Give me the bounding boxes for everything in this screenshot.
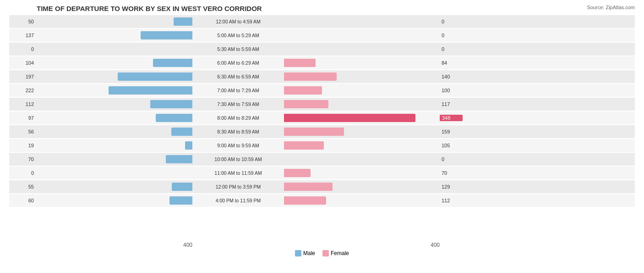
male-value: 137 — [9, 33, 37, 38]
chart-area: 5012:00 AM to 4:59 AM01375:00 AM to 5:29… — [9, 15, 635, 240]
time-label: 9:00 AM to 9:59 AM — [192, 143, 284, 148]
chart-row: 1046:00 AM to 6:29 AM84 — [9, 56, 635, 69]
male-bar — [174, 17, 192, 26]
chart-title: TIME OF DEPARTURE TO WORK BY SEX IN WEST… — [9, 5, 635, 12]
time-label: 5:00 AM to 5:29 AM — [192, 33, 284, 38]
chart-row: 5012:00 AM to 4:59 AM0 — [9, 15, 635, 28]
time-label: 7:00 AM to 7:29 AM — [192, 88, 284, 93]
male-bar-container — [37, 196, 192, 205]
time-label: 8:00 AM to 8:29 AM — [192, 115, 284, 121]
female-value: 117 — [440, 101, 463, 107]
chart-row: 1375:00 AM to 5:29 AM0 — [9, 29, 635, 42]
time-label: 4:00 PM to 11:59 PM — [192, 198, 284, 203]
female-bar — [284, 169, 311, 177]
chart-row: 199:00 AM to 9:59 AM105 — [9, 139, 635, 152]
female-bar — [284, 72, 337, 81]
chart-row: 568:30 AM to 8:59 AM159 — [9, 125, 635, 138]
male-value: 19 — [9, 143, 37, 148]
time-label: 5:30 AM to 5:59 AM — [192, 46, 284, 52]
female-value: 0 — [440, 156, 463, 162]
male-bar — [172, 183, 192, 191]
female-bar — [284, 183, 333, 191]
axis-labels: 400 400 — [9, 242, 635, 248]
chart-row: 5512:00 PM to 3:59 PM129 — [9, 180, 635, 193]
male-bar-container — [37, 59, 192, 67]
male-bar-container — [37, 31, 192, 39]
female-bar — [284, 59, 316, 67]
male-value: 197 — [9, 74, 37, 79]
chart-row: 7010:00 AM to 10:59 AM0 — [9, 153, 635, 166]
female-value: 0 — [440, 33, 463, 38]
male-value: 55 — [9, 184, 37, 189]
male-bar — [118, 72, 192, 81]
male-bar-container — [37, 114, 192, 122]
chart-container: TIME OF DEPARTURE TO WORK BY SEX IN WEST… — [0, 0, 644, 273]
male-bar — [166, 155, 192, 163]
female-bar — [284, 141, 324, 150]
male-bar — [171, 128, 192, 136]
male-bar-container — [37, 17, 192, 26]
source-text: Source: ZipAtlas.com — [587, 5, 635, 10]
female-value: 84 — [440, 60, 463, 66]
male-value: 70 — [9, 156, 37, 162]
female-value: 0 — [440, 19, 463, 24]
male-bar — [156, 114, 192, 122]
male-value: 0 — [9, 46, 37, 52]
chart-row: 604:00 PM to 11:59 PM112 — [9, 194, 635, 207]
female-value: 105 — [440, 143, 463, 148]
male-bar — [109, 86, 192, 95]
female-bar — [284, 100, 328, 108]
male-value: 50 — [9, 19, 37, 24]
female-bar — [284, 86, 322, 95]
chart-row: 1976:30 AM to 6:59 AM140 — [9, 70, 635, 83]
male-bar-container — [37, 141, 192, 150]
female-bar — [284, 128, 344, 136]
time-label: 12:00 AM to 4:59 AM — [192, 19, 284, 24]
axis-right-label: 400 — [284, 242, 440, 248]
chart-row: 2227:00 AM to 7:29 AM100 — [9, 84, 635, 97]
male-color-box — [295, 250, 301, 256]
female-bar-container — [284, 183, 440, 191]
male-bar — [141, 31, 192, 39]
chart-row: 978:00 AM to 8:29 AM348 — [9, 111, 635, 124]
legend-female: Female — [322, 250, 349, 256]
female-bar-container — [284, 86, 440, 95]
female-bar-container — [284, 59, 440, 67]
axis-left-label: 400 — [37, 242, 192, 248]
female-color-box — [322, 250, 329, 256]
female-value: 100 — [440, 88, 463, 93]
male-value: 112 — [9, 101, 37, 107]
female-bar-container — [284, 128, 440, 136]
female-bar-container — [284, 169, 440, 177]
time-label: 7:30 AM to 7:59 AM — [192, 101, 284, 107]
legend-male: Male — [295, 250, 315, 256]
time-label: 10:00 AM to 10:59 AM — [192, 156, 284, 162]
female-bar — [284, 196, 326, 205]
time-label: 12:00 PM to 3:59 PM — [192, 184, 284, 189]
male-value: 0 — [9, 170, 37, 176]
male-bar-container — [37, 86, 192, 95]
chart-row: 05:30 AM to 5:59 AM0 — [9, 43, 635, 56]
male-label: Male — [303, 250, 315, 256]
time-label: 6:30 AM to 6:59 AM — [192, 74, 284, 79]
male-bar — [150, 100, 192, 108]
female-bar-container — [284, 72, 440, 81]
female-value: 0 — [440, 46, 463, 52]
female-bar-container — [284, 196, 440, 205]
male-value: 222 — [9, 88, 37, 93]
male-bar-container — [37, 183, 192, 191]
male-bar-container — [37, 155, 192, 163]
female-value: 112 — [440, 198, 463, 203]
female-value: 129 — [440, 184, 463, 189]
male-value: 104 — [9, 60, 37, 66]
female-value: 140 — [440, 74, 463, 79]
female-value: 159 — [440, 129, 463, 134]
male-bar — [153, 59, 192, 67]
female-bar-container — [284, 141, 440, 150]
female-value: 348 — [440, 115, 463, 121]
female-bar — [284, 114, 415, 122]
time-label: 8:30 AM to 8:59 AM — [192, 129, 284, 134]
male-bar-container — [37, 72, 192, 81]
legend: Male Female — [9, 250, 635, 256]
female-bar-container — [284, 114, 440, 122]
